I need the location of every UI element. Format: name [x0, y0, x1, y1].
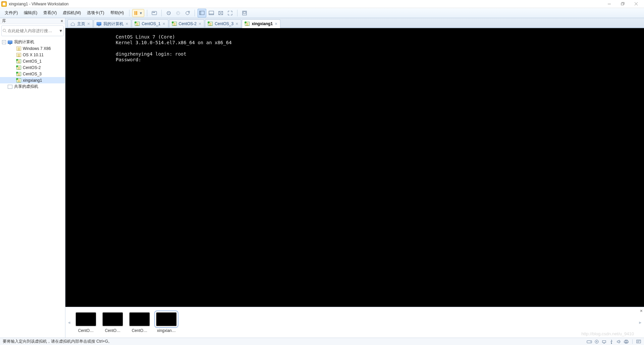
title-bar: xingxiang1 - VMware Workstation: [0, 0, 644, 8]
svg-rect-23: [625, 340, 627, 341]
view-console-button[interactable]: [198, 9, 206, 17]
tab-close-button[interactable]: ×: [199, 21, 201, 26]
restore-button[interactable]: [616, 0, 629, 8]
thumb-centos1[interactable]: CentO…: [74, 312, 98, 333]
svg-rect-20: [602, 341, 606, 343]
monitor-icon: [7, 40, 13, 45]
tree-vm-centos2[interactable]: CentOS-2: [0, 64, 65, 71]
vm-running-icon: [16, 59, 21, 64]
view-fullscreen-button[interactable]: [226, 9, 234, 17]
menu-tabs[interactable]: 选项卡(T): [84, 9, 107, 17]
home-icon: [70, 21, 75, 26]
tree-label: 共享的虚拟机: [14, 84, 38, 89]
monitor-icon: [97, 21, 101, 26]
search-dropdown-button[interactable]: ▼: [58, 28, 63, 33]
window-title: xingxiang1 - VMware Workstation: [9, 2, 602, 6]
tab-label: 我的计算机: [103, 21, 123, 27]
library-search-input[interactable]: [8, 26, 58, 36]
tab-bar: 主页 × 我的计算机 × CentOS_1 × CentOS-2 × CentO…: [65, 18, 644, 28]
network-icon[interactable]: [601, 339, 607, 344]
tab-centos2[interactable]: CentOS-2 ×: [169, 19, 205, 28]
menu-view[interactable]: 查看(V): [41, 9, 59, 17]
separator: [237, 10, 237, 16]
thumb-centos3[interactable]: CentO…: [128, 312, 151, 333]
pause-dropdown-icon[interactable]: ▾: [140, 11, 142, 15]
tab-home[interactable]: 主页 ×: [67, 19, 93, 28]
vm-icon: [16, 53, 21, 57]
thumb-scroll-left[interactable]: ◄: [65, 307, 73, 338]
watermark-text: http://blog.csdn.net/u_9410: [581, 331, 634, 336]
svg-rect-9: [200, 11, 201, 15]
snapshot-take-button[interactable]: [164, 9, 173, 17]
tab-centos3[interactable]: CentOS_3 ×: [205, 19, 241, 28]
tab-label: CentOS-2: [179, 21, 197, 26]
vm-running-icon: [16, 78, 21, 83]
tree-vm-centos1[interactable]: CentOS_1: [0, 58, 65, 64]
unity-mode-button[interactable]: [240, 9, 249, 17]
tab-label: 主页: [77, 21, 85, 27]
thumb-preview: [129, 312, 150, 326]
svg-rect-1: [152, 11, 157, 15]
vm-running-icon: [135, 21, 140, 26]
tree-root-mycomputer[interactable]: − 我的计算机: [0, 39, 65, 45]
svg-point-6: [186, 11, 189, 15]
separator: [147, 10, 147, 16]
close-button[interactable]: [629, 0, 643, 8]
device-icons: [587, 339, 641, 344]
usb-icon[interactable]: [609, 339, 614, 344]
tab-close-button[interactable]: ×: [87, 21, 90, 26]
menu-help[interactable]: 帮助(H): [108, 9, 127, 17]
tab-close-button[interactable]: ×: [125, 21, 128, 26]
tree-vm-centos3[interactable]: CentOS_3: [0, 71, 65, 77]
send-ctrlaltdel-button[interactable]: [150, 9, 159, 17]
message-log-icon[interactable]: [636, 339, 641, 344]
tab-xingxiang1[interactable]: xingxiang1 ×: [242, 19, 280, 28]
content-area: 主页 × 我的计算机 × CentOS_1 × CentOS-2 × CentO…: [65, 18, 644, 338]
thumb-label: xingxian…: [155, 328, 178, 333]
tab-close-button[interactable]: ×: [235, 21, 238, 26]
thumb-preview: [156, 312, 177, 326]
library-panel: 库 × ▼ − 我的计算机 Windows 7 X86 OS X 10.11 C…: [0, 18, 65, 338]
snapshot-manager-button[interactable]: [183, 9, 192, 17]
tree-vm-osx[interactable]: OS X 10.11: [0, 52, 65, 58]
svg-point-21: [611, 343, 612, 344]
library-search[interactable]: ▼: [1, 25, 64, 36]
svg-point-15: [3, 29, 6, 32]
hdd-icon[interactable]: [587, 339, 592, 344]
menu-vm[interactable]: 虚拟机(M): [60, 9, 84, 17]
search-icon: [2, 28, 8, 33]
thumbnail-bar-close[interactable]: ×: [640, 308, 643, 314]
collapse-icon[interactable]: −: [2, 40, 6, 44]
sound-icon[interactable]: [616, 339, 622, 344]
tab-mycomputer[interactable]: 我的计算机 ×: [94, 19, 131, 28]
menu-edit[interactable]: 编辑(E): [21, 9, 40, 17]
vm-running-icon: [208, 21, 213, 26]
minimize-button[interactable]: [602, 0, 616, 8]
separator: [632, 339, 633, 344]
tab-label: CentOS_1: [142, 21, 160, 26]
menu-file[interactable]: 文件(F): [2, 9, 20, 17]
library-close-button[interactable]: ×: [61, 19, 63, 23]
tree-vm-xingxiang1[interactable]: xingxiang1: [0, 77, 65, 83]
thumb-centos2[interactable]: CentO…: [101, 312, 124, 333]
shared-icon: [7, 84, 13, 89]
tab-centos1[interactable]: CentOS_1 ×: [132, 19, 168, 28]
pause-icon: [135, 11, 137, 15]
thumb-xingxiang1[interactable]: xingxian…: [155, 312, 178, 333]
view-stretch-button[interactable]: [216, 9, 225, 17]
separator: [195, 10, 195, 16]
library-tree: − 我的计算机 Windows 7 X86 OS X 10.11 CentOS_…: [0, 38, 65, 338]
tab-close-button[interactable]: ×: [275, 21, 277, 26]
vm-console[interactable]: CentOS Linux 7 (Core) Kernel 3.10.0-514.…: [65, 28, 644, 307]
printer-icon[interactable]: [624, 339, 629, 344]
view-thumbnail-button[interactable]: [207, 9, 216, 17]
thumb-preview: [75, 312, 96, 326]
separator: [161, 10, 162, 16]
tree-vm-windows7[interactable]: Windows 7 X86: [0, 45, 65, 52]
cd-icon[interactable]: [594, 339, 599, 344]
snapshot-revert-button[interactable]: [174, 9, 182, 17]
pause-vm-button[interactable]: ▾: [132, 9, 144, 17]
svg-rect-14: [243, 12, 246, 13]
tab-close-button[interactable]: ×: [162, 21, 165, 26]
tree-shared-vms[interactable]: 共享的虚拟机: [0, 83, 65, 90]
